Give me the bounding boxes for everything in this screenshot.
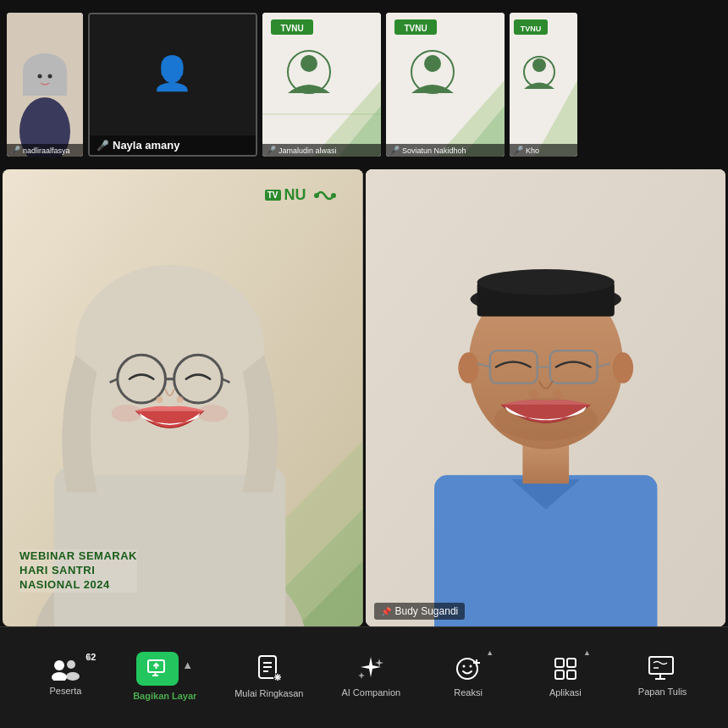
svg-point-87 xyxy=(457,659,477,679)
aplikasi-label: Aplikasi xyxy=(549,687,582,698)
participant-name-nadliraalfasya: 🎤 nadliraalfasya xyxy=(7,144,83,157)
participant-name-soviatun: 🎤 Soviatun Nakidhoh xyxy=(386,144,505,157)
video-cell-right: 📌 Budy Sugandi xyxy=(366,169,726,626)
bagikan-layar-button[interactable] xyxy=(136,652,179,686)
svg-point-70 xyxy=(54,660,64,670)
svg-point-67 xyxy=(529,390,538,399)
svg-point-68 xyxy=(553,390,561,399)
bagikan-layar-chevron: ▲ xyxy=(182,659,193,671)
participant-featured-name: 🎤 Nayla amany xyxy=(90,135,256,155)
sparkle-icon xyxy=(357,655,384,682)
participant-name-kho: 🎤 Kho xyxy=(510,144,577,157)
participant-thumb-kho[interactable]: TVNU 🎤 Kho xyxy=(510,13,577,157)
svg-point-46 xyxy=(156,396,163,403)
whiteboard-icon xyxy=(648,656,677,681)
share-screen-icon xyxy=(147,659,168,678)
tvnu-logo: TV NU xyxy=(265,186,338,204)
toolbar: 62 ▲ Peserta ▲ Bagikan Layar xyxy=(0,626,728,725)
svg-point-49 xyxy=(197,405,228,422)
svg-point-29 xyxy=(532,58,546,72)
pin-icon: 📌 xyxy=(381,607,391,616)
svg-rect-92 xyxy=(555,659,564,667)
peserta-label: Peserta xyxy=(49,686,81,696)
emoji-plus-icon xyxy=(455,655,482,682)
toolbar-item-reaksi[interactable]: ▲ Reaksi xyxy=(438,655,498,698)
toolbar-item-ai-companion[interactable]: AI Companion xyxy=(341,655,400,698)
document-icon xyxy=(256,654,283,683)
svg-point-71 xyxy=(52,672,67,681)
svg-text:TVNU: TVNU xyxy=(521,25,542,33)
svg-point-50 xyxy=(314,193,319,198)
svg-rect-96 xyxy=(649,657,673,674)
svg-rect-93 xyxy=(567,659,576,667)
svg-text:👤: 👤 xyxy=(152,53,194,93)
webinar-banner: WEBINAR SEMARAK HARI SANTRI NASIONAL 202… xyxy=(19,549,137,593)
svg-text:TVNU: TVNU xyxy=(280,24,303,33)
reaksi-chevron: ▲ xyxy=(486,648,494,657)
svg-point-23 xyxy=(424,55,441,72)
participant-thumb-jamaludin[interactable]: TVNU 🎤 Jamaludin alwasi xyxy=(262,13,381,157)
participant-thumb-nayla[interactable]: 👤 🎤 Nayla amany xyxy=(88,13,257,157)
svg-point-6 xyxy=(48,74,52,79)
peserta-chevron: ▲ xyxy=(85,652,92,660)
svg-point-47 xyxy=(177,396,184,403)
svg-point-60 xyxy=(458,352,478,383)
participant-thumb-soviatun[interactable]: TVNU 🎤 Soviatun Nakidhoh xyxy=(386,13,505,157)
svg-point-61 xyxy=(612,352,632,383)
toolbar-item-peserta[interactable]: 62 ▲ Peserta xyxy=(36,657,95,696)
svg-point-48 xyxy=(112,405,142,422)
toolbar-item-aplikasi[interactable]: ▲ Aplikasi xyxy=(536,655,595,698)
people-icon xyxy=(50,657,80,681)
svg-point-88 xyxy=(463,665,466,668)
aplikasi-chevron: ▲ xyxy=(583,648,591,657)
svg-rect-95 xyxy=(567,670,576,679)
participants-strip: 🎤 nadliraalfasya 👤 🎤 Nayla amany xyxy=(0,0,728,169)
svg-rect-4 xyxy=(23,70,67,96)
svg-point-15 xyxy=(301,55,317,72)
toolbar-item-bagikan-layar[interactable]: ▲ Bagikan Layar xyxy=(133,652,196,701)
video-cell-left: TV NU WEBINAR SEMARAK HARI SANTRI NASION… xyxy=(3,169,363,626)
svg-point-59 xyxy=(477,269,614,295)
svg-text:TVNU: TVNU xyxy=(404,24,427,33)
svg-point-51 xyxy=(331,193,336,198)
grid-icon xyxy=(552,655,579,682)
toolbar-item-mulai-ringkasan[interactable]: Mulai Ringkasan xyxy=(234,654,303,698)
reaksi-label: Reaksi xyxy=(454,687,483,698)
main-video-area: TV NU WEBINAR SEMARAK HARI SANTRI NASION… xyxy=(0,169,728,626)
mulai-ringkasan-label: Mulai Ringkasan xyxy=(234,688,303,698)
toolbar-item-papan-tulis[interactable]: Papan Tulis xyxy=(633,656,692,697)
svg-point-73 xyxy=(66,672,80,681)
svg-point-5 xyxy=(38,74,42,79)
ai-companion-label: AI Companion xyxy=(341,687,400,698)
papan-tulis-label: Papan Tulis xyxy=(638,687,687,697)
participant-thumb-nadliraalfasya[interactable]: 🎤 nadliraalfasya xyxy=(7,13,83,157)
svg-point-72 xyxy=(67,660,75,669)
video-name-budy: 📌 Budy Sugandi xyxy=(374,603,466,620)
svg-point-89 xyxy=(470,665,472,668)
svg-rect-94 xyxy=(555,670,564,679)
participant-name-jamaludin: 🎤 Jamaludin alwasi xyxy=(262,144,381,157)
bagikan-layar-label: Bagikan Layar xyxy=(133,691,196,701)
